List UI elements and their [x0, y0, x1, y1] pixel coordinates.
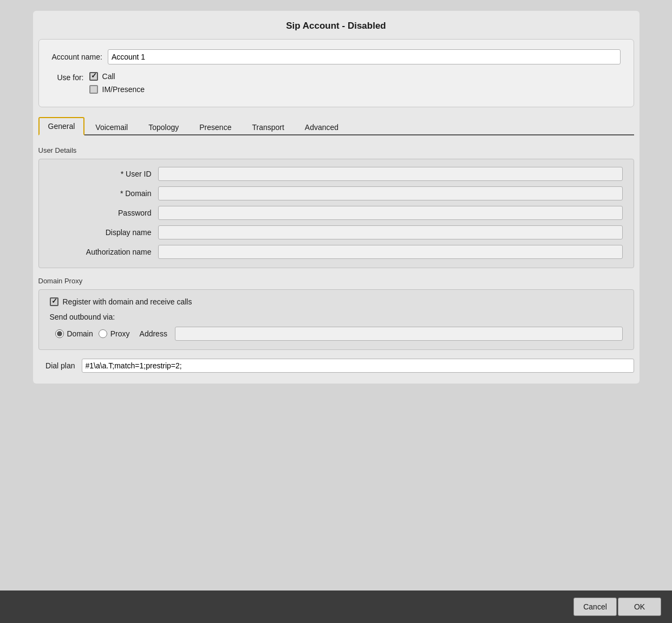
password-input[interactable] [158, 206, 623, 220]
display-name-input[interactable] [158, 225, 623, 239]
tab-presence[interactable]: Presence [190, 118, 241, 135]
register-row: Register with domain and receive calls [50, 297, 623, 306]
proxy-radio-option: Proxy [99, 329, 130, 338]
im-checkbox-row: IM/Presence [89, 85, 145, 94]
main-content: User Details * User ID * Domain Password… [33, 135, 640, 384]
register-checkbox[interactable] [50, 297, 58, 306]
dial-plan-input[interactable] [82, 359, 634, 373]
outbound-label: Send outbound via: [50, 313, 115, 321]
account-name-label: Account name: [52, 53, 102, 61]
account-name-row: Account name: [52, 49, 621, 64]
dial-plan-row: Dial plan [38, 359, 634, 373]
register-label: Register with domain and receive calls [63, 297, 192, 306]
tab-transport[interactable]: Transport [242, 118, 293, 135]
display-name-row: Display name [50, 225, 623, 239]
im-label: IM/Presence [102, 85, 145, 94]
auth-name-label: Authorization name [50, 248, 158, 256]
outbound-row: Send outbound via: [50, 313, 623, 321]
address-input[interactable] [175, 327, 623, 341]
cancel-button[interactable]: Cancel [573, 598, 617, 616]
use-for-label: Use for: [57, 72, 84, 82]
im-checkbox[interactable] [89, 85, 98, 94]
use-for-row: Use for: Call IM/Presence [57, 72, 621, 94]
password-row: Password [50, 206, 623, 220]
user-details-section: * User ID * Domain Password Display name… [38, 159, 634, 268]
tab-voicemail[interactable]: Voicemail [86, 118, 138, 135]
user-id-row: * User ID [50, 167, 623, 181]
domain-proxy-label: Domain Proxy [38, 277, 634, 285]
auth-name-input[interactable] [158, 245, 623, 259]
user-id-label: * User ID [50, 170, 158, 178]
domain-radio-option: Domain [55, 329, 93, 338]
user-id-input[interactable] [158, 167, 623, 181]
use-for-options: Call IM/Presence [89, 72, 145, 94]
ok-button[interactable]: OK [618, 598, 661, 616]
call-checkbox[interactable] [89, 72, 98, 81]
domain-proxy-section: Register with domain and receive calls S… [38, 289, 634, 350]
tabs-row: General Voicemail Topology Presence Tran… [38, 116, 634, 135]
domain-row: * Domain [50, 186, 623, 200]
proxy-radio-label: Proxy [110, 329, 130, 338]
dialog-title: Sip Account - Disabled [33, 11, 640, 39]
display-name-label: Display name [50, 228, 158, 237]
proxy-radio[interactable] [99, 329, 107, 338]
tab-general[interactable]: General [38, 117, 85, 135]
tab-topology[interactable]: Topology [139, 118, 188, 135]
auth-name-row: Authorization name [50, 245, 623, 259]
dial-plan-label: Dial plan [38, 361, 82, 370]
password-label: Password [50, 209, 158, 217]
top-section: Account name: Use for: Call IM/Presence [38, 39, 634, 107]
domain-input[interactable] [158, 186, 623, 200]
tab-advanced[interactable]: Advanced [295, 118, 348, 135]
footer: Cancel OK [0, 590, 672, 623]
address-label: Address [140, 329, 167, 338]
call-label: Call [102, 72, 115, 81]
call-checkbox-row: Call [89, 72, 145, 81]
domain-label: * Domain [50, 189, 158, 198]
user-details-label: User Details [38, 146, 634, 154]
account-name-input[interactable] [108, 49, 621, 64]
sip-account-dialog: Sip Account - Disabled Account name: Use… [33, 11, 640, 384]
tabs-section: General Voicemail Topology Presence Tran… [38, 116, 634, 135]
domain-radio[interactable] [55, 329, 64, 338]
domain-radio-label: Domain [67, 329, 93, 338]
